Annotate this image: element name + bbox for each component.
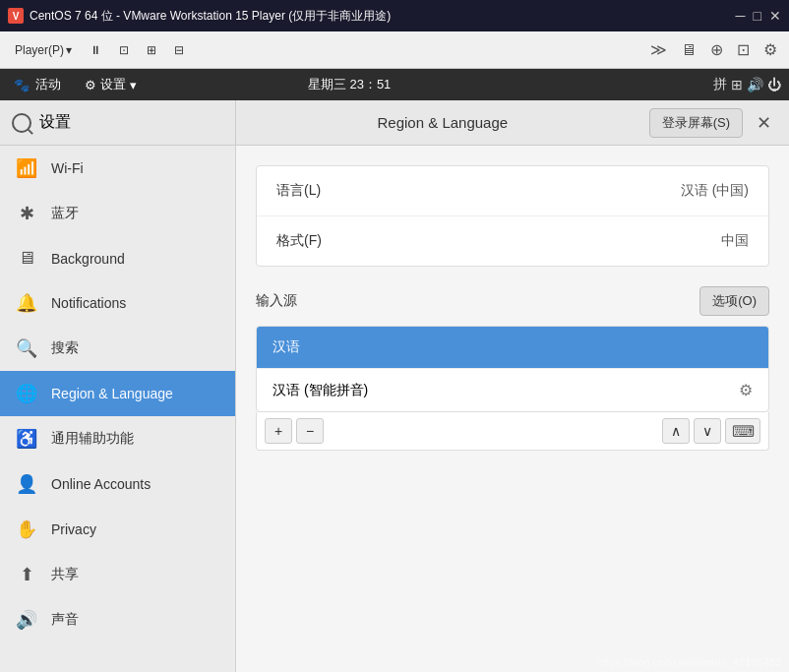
sidebar-item-search[interactable]: 🔍 搜索	[0, 326, 235, 371]
sidebar-label-bluetooth: 蓝牙	[51, 205, 79, 222]
input-list: 汉语 汉语 (智能拼音) ⚙	[256, 326, 769, 412]
settings-header: 设置 Region & Language 登录屏幕(S) ✕	[0, 100, 789, 146]
sidebar-label-sound: 声音	[51, 611, 79, 629]
sidebar-label-background: Background	[51, 251, 125, 267]
search-sidebar-icon: 🔍	[16, 337, 37, 359]
login-screen-btn[interactable]: 登录屏幕(S)	[649, 108, 743, 138]
sidebar-label-sharing: 共享	[51, 566, 79, 583]
search-area: 设置	[0, 100, 236, 145]
close-window-btn[interactable]: ✕	[769, 8, 781, 24]
background-icon: 🖥	[16, 248, 37, 269]
format-label: 格式(F)	[276, 232, 322, 250]
gnome-right-area: 拼 ⊞ 🔊 ⏻	[713, 76, 789, 93]
pause-btn[interactable]: ⏸	[83, 38, 108, 62]
move-down-btn[interactable]: ∨	[694, 418, 721, 444]
input-sources-label: 输入源	[256, 292, 297, 310]
sidebar-item-sound[interactable]: 🔊 声音	[0, 597, 235, 642]
settings-page-title: Region & Language	[236, 114, 649, 131]
vm-toolbar: Player(P) ▾ ⏸ ⊡ ⊞ ⊟ ≫ 🖥 ⊕ ⊡ ⚙	[0, 31, 789, 69]
wifi-icon: 📶	[16, 157, 37, 179]
activities-btn[interactable]: 🐾 活动	[0, 69, 75, 100]
remove-input-btn[interactable]: −	[296, 418, 324, 444]
toolbar-right: ≫ 🖥 ⊕ ⊡ ⚙	[646, 38, 781, 61]
main-panel: 语言(L) 汉语 (中国) 格式(F) 中国 输入源 选项(O) 汉语 汉语 (…	[236, 146, 789, 672]
format-value: 中国	[721, 232, 749, 250]
sharing-icon: ⬆	[16, 564, 37, 585]
settings-menu-label: 设置	[100, 76, 126, 93]
privacy-icon: ✋	[16, 519, 37, 540]
sidebar-label-notifications: Notifications	[51, 295, 126, 311]
language-label: 语言(L)	[276, 182, 321, 200]
close-settings-btn[interactable]: ✕	[751, 110, 777, 136]
settings-window: 设置 Region & Language 登录屏幕(S) ✕ 📶 Wi-Fi ✱…	[0, 100, 789, 672]
add-input-btn[interactable]: +	[265, 418, 292, 444]
sidebar-item-notifications[interactable]: 🔔 Notifications	[0, 280, 235, 326]
ime-indicator[interactable]: 拼	[713, 76, 727, 93]
sidebar-label-region: Region & Language	[51, 386, 173, 401]
options-btn[interactable]: 选项(O)	[699, 286, 769, 316]
search-icon	[12, 113, 31, 133]
sidebar-item-wifi[interactable]: 📶 Wi-Fi	[0, 146, 235, 191]
sound-icon: 🔊	[16, 609, 37, 631]
input-item-chinese-label: 汉语	[273, 338, 300, 356]
sidebar-label-accessibility: 通用辅助功能	[51, 430, 134, 448]
sidebar-item-accessibility[interactable]: ♿ 通用辅助功能	[0, 416, 235, 461]
player-menu-label: Player(P)	[15, 43, 64, 57]
language-format-card: 语言(L) 汉语 (中国) 格式(F) 中国	[256, 165, 769, 267]
sidebar-item-background[interactable]: 🖥 Background	[0, 236, 235, 280]
sidebar-item-region[interactable]: 🌐 Region & Language	[0, 371, 235, 416]
sidebar-item-online-accounts[interactable]: 👤 Online Accounts	[0, 461, 235, 507]
toolbar-right-2[interactable]: 🖥	[677, 39, 700, 61]
input-item-pinyin[interactable]: 汉语 (智能拼音) ⚙	[257, 369, 768, 411]
notifications-icon: 🔔	[16, 292, 37, 314]
header-right-controls: 登录屏幕(S) ✕	[649, 108, 789, 138]
vmware-icon: V	[8, 8, 24, 24]
player-menu-btn[interactable]: Player(P) ▾	[8, 38, 79, 62]
title-bar: V CentOS 7 64 位 - VMware Workstation 15 …	[0, 0, 789, 31]
settings-menu-arrow: ▾	[130, 78, 137, 92]
maximize-btn[interactable]: □	[754, 8, 761, 24]
move-up-btn[interactable]: ∧	[662, 418, 690, 444]
settings-menu-btn[interactable]: ⚙ 设置 ▾	[75, 69, 147, 100]
volume-icon[interactable]: 🔊	[747, 77, 763, 92]
toolbar-right-1[interactable]: ≫	[646, 38, 671, 61]
toolbar-btn-3[interactable]: ⊞	[140, 38, 163, 62]
power-icon[interactable]: ⏻	[767, 77, 781, 92]
pinyin-gear-icon[interactable]: ⚙	[739, 381, 753, 399]
sidebar-item-sharing[interactable]: ⬆ 共享	[0, 552, 235, 597]
sidebar-label-search: 搜索	[51, 339, 79, 357]
gnome-topbar: 🐾 活动 ⚙ 设置 ▾ 星期三 23：51 拼 ⊞ 🔊 ⏻	[0, 69, 789, 100]
toolbar-right-3[interactable]: ⊕	[706, 38, 727, 61]
format-row[interactable]: 格式(F) 中国	[257, 216, 768, 266]
sidebar-item-privacy[interactable]: ✋ Privacy	[0, 507, 235, 552]
sidebar-label-wifi: Wi-Fi	[51, 160, 84, 176]
input-item-chinese[interactable]: 汉语	[257, 327, 768, 369]
language-row[interactable]: 语言(L) 汉语 (中国)	[257, 166, 768, 216]
player-menu-arrow: ▾	[66, 43, 72, 57]
settings-body: 📶 Wi-Fi ✱ 蓝牙 🖥 Background 🔔 Notification…	[0, 146, 789, 672]
toolbar-right-4[interactable]: ⊡	[733, 38, 754, 61]
watermark: https://blog.csdn.net/weixin_46196480	[597, 656, 781, 668]
sidebar-item-bluetooth[interactable]: ✱ 蓝牙	[0, 191, 235, 236]
bluetooth-icon: ✱	[16, 203, 37, 224]
page-title-text: Region & Language	[378, 114, 509, 131]
network-icon[interactable]: ⊞	[731, 77, 743, 92]
settings-gear-icon: ⚙	[85, 78, 96, 92]
settings-search-label: 设置	[39, 112, 71, 133]
online-accounts-icon: 👤	[16, 473, 37, 495]
toolbar-btn-4[interactable]: ⊟	[167, 38, 191, 62]
input-sources-header: 输入源 选项(O)	[256, 286, 769, 316]
input-item-pinyin-label: 汉语 (智能拼音)	[273, 382, 368, 399]
window-title: CentOS 7 64 位 - VMware Workstation 15 Pl…	[30, 8, 391, 25]
toolbar-right-5[interactable]: ⚙	[759, 38, 781, 61]
toolbar-btn-2[interactable]: ⊡	[112, 38, 136, 62]
accessibility-icon: ♿	[16, 428, 37, 450]
gnome-logo: 🐾	[14, 78, 30, 92]
minimize-btn[interactable]: ─	[736, 8, 746, 24]
language-value: 汉语 (中国)	[681, 182, 749, 200]
region-icon: 🌐	[16, 383, 37, 404]
gnome-clock[interactable]: 星期三 23：51	[308, 76, 392, 93]
keyboard-settings-btn[interactable]: ⌨	[725, 418, 760, 444]
window-controls[interactable]: ─ □ ✕	[736, 8, 781, 24]
activities-label: 活动	[35, 76, 61, 93]
